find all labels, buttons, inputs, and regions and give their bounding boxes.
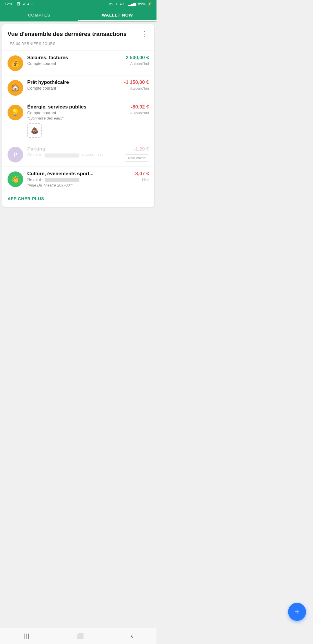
tx-amount: -3,07 € — [111, 171, 149, 177]
volte-icon: VoLTE — [109, 2, 118, 6]
tx-date: Aujourd'hui — [111, 61, 149, 66]
top-tabs: COMPTES WALLET NOW — [0, 8, 156, 21]
card-header: Vue d'ensemble des dernières transaction… — [2, 24, 154, 40]
tx-amount-area: -80,92 € Aujourd'hui — [111, 104, 149, 115]
tx-info: Prêt hypothécaire Compte courant — [27, 79, 111, 91]
status-right: VoLTE 4G+ ▂▄▆ 89% ⚡ — [109, 2, 152, 6]
tx-amount: -80,92 € — [111, 104, 149, 110]
tx-amount-area: -1 150,00 € Aujourd'hui — [111, 79, 149, 91]
tx-info: Parking Revolut - 456960-EUR — [27, 146, 111, 158]
account-number-blurred — [45, 153, 79, 158]
culture-icon: 👋 — [8, 171, 23, 187]
tab-wallet-now[interactable]: WALLET NOW — [78, 8, 156, 21]
energy-icon: 💡 — [8, 105, 23, 120]
parking-icon: P — [8, 147, 23, 162]
tx-sub: Revolut - — [27, 177, 111, 182]
tx-amount-area: -1,20 € Non validé — [111, 146, 149, 162]
transactions-card: Vue d'ensemble des dernières transaction… — [2, 24, 154, 207]
tx-info: Salaires, factures Compte courant — [27, 55, 111, 66]
battery-label: 89% — [138, 2, 145, 6]
tx-sub: Compte courant — [27, 86, 111, 91]
tx-name: Prêt hypothécaire — [27, 79, 111, 85]
nav-icon: ◂ — [23, 2, 25, 6]
non-valide-badge: Non validé — [111, 152, 149, 162]
transaction-row[interactable]: 💡 Énergie, services publics Compte coura… — [2, 100, 154, 142]
status-bar: 12:01 🖼 ◂ ◂ ··· VoLTE 4G+ ▂▄▆ 89% ⚡ — [0, 0, 156, 8]
tx-date: Aujourd'hui — [111, 111, 149, 115]
tx-amount-area: -3,07 € Hier — [111, 171, 149, 182]
tx-name: Énergie, services publics — [27, 104, 111, 110]
transaction-row[interactable]: 💰 Salaires, factures Compte courant 2 50… — [2, 50, 154, 75]
period-label: LES 30 DERNIERS JOURS — [2, 40, 154, 50]
tx-amount: -1,20 € — [111, 146, 149, 152]
tx-memo: "Phie Du Theatre 2097004" — [27, 183, 111, 187]
poop-emoji: 💩 — [27, 123, 42, 138]
tab-comptes[interactable]: COMPTES — [0, 8, 78, 21]
tx-name: Parking — [27, 146, 111, 152]
status-left: 12:01 🖼 ◂ ◂ ··· — [5, 2, 34, 6]
tx-name: Culture, événements sport... — [27, 171, 111, 177]
tx-memo: "Lyonnaise des eaux" — [27, 116, 111, 120]
signal-icon: ▂▄▆ — [128, 2, 136, 6]
tx-date: Aujourd'hui — [111, 86, 149, 91]
tx-name: Salaires, factures — [27, 55, 111, 61]
time: 12:01 — [5, 2, 14, 6]
tx-sub: Compte courant — [27, 61, 111, 66]
transaction-row[interactable]: 🏠 Prêt hypothécaire Compte courant -1 15… — [2, 75, 154, 100]
account-suffix: 456960-EUR — [82, 153, 103, 157]
tx-amount-area: 2 500,00 € Aujourd'hui — [111, 55, 149, 66]
salary-icon: 💰 — [8, 55, 23, 71]
card-title: Vue d'ensemble des dernières transaction… — [8, 30, 127, 38]
mortgage-icon: 🏠 — [8, 80, 23, 96]
tx-sub: Revolut - 456960-EUR — [27, 153, 111, 158]
more-status-icon: ··· — [31, 2, 34, 6]
tx-date: Hier — [111, 178, 149, 182]
tx-sub: Compte courant — [27, 111, 111, 115]
tx-amount: 2 500,00 € — [111, 55, 149, 61]
4g-icon: 4G+ — [120, 2, 126, 6]
tx-info: Culture, événements sport... Revolut - "… — [27, 171, 111, 187]
tx-amount: -1 150,00 € — [111, 79, 149, 85]
image-icon: 🖼 — [17, 2, 20, 6]
transaction-row[interactable]: 👋 Culture, événements sport... Revolut -… — [2, 167, 154, 191]
show-more-button[interactable]: AFFICHER PLUS — [2, 191, 154, 207]
card-more-button[interactable]: ⋮ — [140, 30, 149, 38]
nav2-icon: ◂ — [27, 2, 29, 6]
tx-info: Énergie, services publics Compte courant… — [27, 104, 111, 138]
account-number-blurred — [45, 178, 79, 182]
transaction-row[interactable]: P Parking Revolut - 456960-EUR -1,20 € N… — [2, 142, 154, 167]
battery-icon: ⚡ — [147, 2, 152, 6]
